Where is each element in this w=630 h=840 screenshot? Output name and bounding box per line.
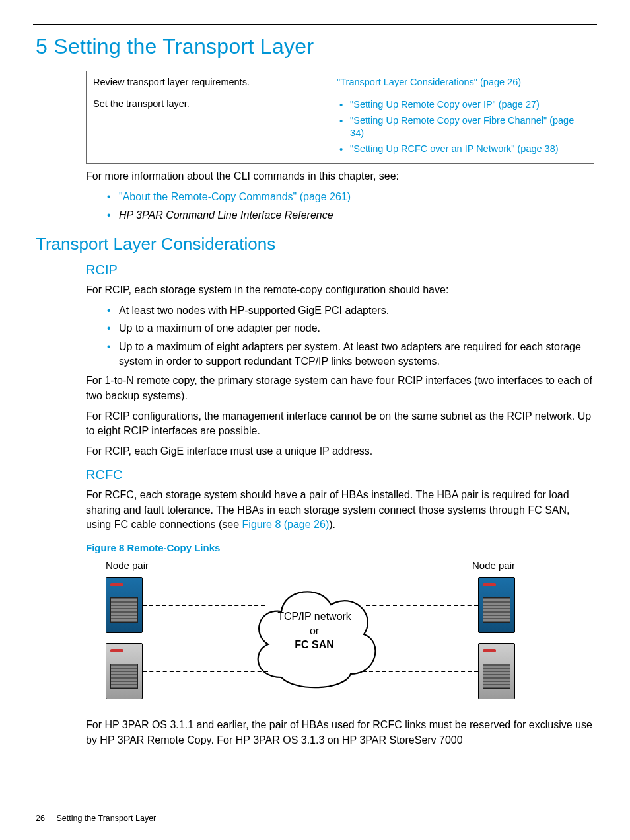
list-item: At least two nodes with HP-supported Gig…: [107, 303, 594, 318]
task-cell: "Transport Layer Considerations" (page 2…: [330, 71, 594, 93]
intro-paragraph: For more information about the CLI comma…: [86, 169, 594, 184]
reference-title: HP 3PAR Command Line Interface Reference: [119, 210, 333, 221]
page-footer: 26 Setting the Transport Layer: [36, 814, 156, 823]
storage-node-icon: [106, 577, 143, 633]
cell-bullet-list: "Setting Up Remote Copy over IP" (page 2…: [337, 98, 587, 155]
table-row: Review transport layer requirements. "Tr…: [87, 71, 594, 93]
list-item: "Setting Up RCFC over an IP Network" (pa…: [339, 143, 587, 156]
subsection-heading-rcfc: RCFC: [86, 467, 594, 482]
link[interactable]: Figure 8 (page 26): [242, 519, 330, 530]
subsection-heading-rcip: RCIP: [86, 262, 594, 278]
figure-caption: Figure 8 Remote-Copy Links: [86, 542, 594, 553]
chapter-title: 5 Setting the Transport Layer: [36, 34, 594, 59]
storage-node-icon: [478, 577, 515, 633]
paragraph: For 1-to-N remote copy, the primary stor…: [86, 373, 594, 403]
list-item: Up to a maximum of eight adapters per sy…: [107, 340, 594, 368]
task-cell: "Setting Up Remote Copy over IP" (page 2…: [330, 93, 594, 164]
text: FC SAN: [295, 639, 334, 650]
link[interactable]: "Setting Up Remote Copy over IP" (page 2…: [350, 99, 540, 110]
node-pair-label: Node pair: [106, 560, 149, 571]
link[interactable]: "Setting Up Remote Copy over Fibre Chann…: [350, 115, 574, 139]
link-line-icon: [366, 605, 478, 606]
running-head: Setting the Transport Layer: [56, 814, 156, 823]
paragraph: For RCIP, each GigE interface must use a…: [86, 444, 594, 459]
text: or: [310, 625, 319, 636]
storage-node-icon: [478, 643, 515, 699]
link[interactable]: "Transport Layer Considerations" (page 2…: [337, 77, 521, 87]
figure-remote-copy-links: Node pair Node pair TCP/IP network or FC…: [99, 560, 522, 708]
link[interactable]: "About the Remote-Copy Commands" (page 2…: [119, 191, 351, 202]
link-line-icon: [363, 671, 478, 672]
list-item: "Setting Up Remote Copy over Fibre Chann…: [339, 114, 587, 140]
list-item: HP 3PAR Command Line Interface Reference: [107, 208, 594, 223]
top-rule: [33, 24, 597, 25]
table-row: Set the transport layer. "Setting Up Rem…: [87, 93, 594, 164]
link-line-icon: [143, 671, 268, 672]
storage-node-icon: [106, 643, 143, 699]
list-item: Up to a maximum of one adapter per node.: [107, 321, 594, 336]
text: ).: [329, 519, 335, 530]
cloud-label: TCP/IP network or FC SAN: [248, 609, 380, 652]
list-item: "About the Remote-Copy Commands" (page 2…: [107, 190, 594, 204]
paragraph: For RCIP configurations, the management …: [86, 409, 594, 439]
rcip-bullets: At least two nodes with HP-supported Gig…: [86, 303, 594, 368]
section-heading-transport-layer-considerations: Transport Layer Considerations: [36, 234, 594, 254]
paragraph: For HP 3PAR OS 3.1.1 and earlier, the pa…: [86, 718, 594, 747]
paragraph: For RCIP, each storage system in the rem…: [86, 283, 594, 298]
paragraph: For RCFC, each storage system should hav…: [86, 488, 594, 533]
link[interactable]: "Setting Up RCFC over an IP Network" (pa…: [350, 143, 558, 154]
task-table: Review transport layer requirements. "Tr…: [86, 71, 594, 164]
intro-list: "About the Remote-Copy Commands" (page 2…: [86, 190, 594, 222]
text: TCP/IP network: [277, 611, 351, 622]
link-line-icon: [143, 605, 265, 606]
page-number: 26: [36, 814, 54, 823]
node-pair-label: Node pair: [472, 560, 515, 571]
task-cell: Review transport layer requirements.: [87, 71, 330, 93]
list-item: "Setting Up Remote Copy over IP" (page 2…: [339, 98, 587, 112]
task-cell: Set the transport layer.: [87, 93, 330, 164]
content-block: Review transport layer requirements. "Tr…: [86, 71, 594, 747]
